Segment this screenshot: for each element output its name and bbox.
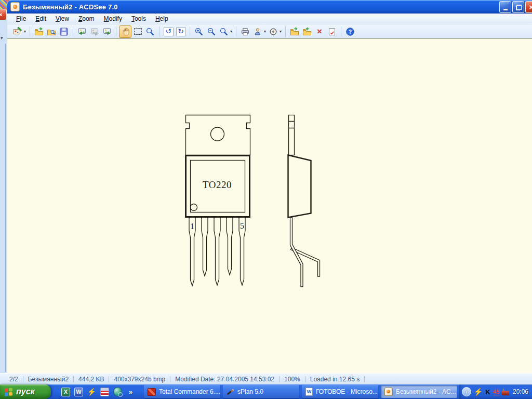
move-to-folder-button[interactable] xyxy=(288,25,301,38)
background-dropdown-icon[interactable]: ▾ xyxy=(1,36,3,41)
move-to-folder-icon xyxy=(290,27,299,36)
delete-icon: × xyxy=(317,28,322,36)
annotate-dropdown-icon[interactable]: ▾ xyxy=(280,29,282,34)
zoom-menu-dropdown-icon[interactable]: ▾ xyxy=(230,29,232,34)
edit-image-button[interactable] xyxy=(11,25,24,38)
next-image-button[interactable] xyxy=(101,25,113,38)
save-icon xyxy=(59,27,69,36)
status-bar: 2/2 Безымянный2 444,2 KB 400x379x24b bmp… xyxy=(0,373,532,385)
minimize-button[interactable] xyxy=(499,1,511,13)
zoom-in-button[interactable] xyxy=(193,25,205,38)
tray-winamp-icon[interactable]: ⚡ xyxy=(474,388,483,396)
task-acdsee-active[interactable]: Безымянный2 - AC... xyxy=(381,385,457,398)
side-tab-hole-marks xyxy=(289,122,295,128)
pin-5-label: 5 xyxy=(240,221,244,230)
background-close-icon[interactable]: × xyxy=(0,9,7,20)
task-label: Безымянный2 - AC... xyxy=(396,388,456,395)
menu-file[interactable]: File xyxy=(11,14,31,23)
menu-tools[interactable]: Tools xyxy=(127,14,151,23)
print-button[interactable] xyxy=(239,25,251,38)
task-total-commander[interactable]: Total Commander 6.... xyxy=(144,385,220,398)
taskbar: пуск X W ⚡ » Total Commander 6.... sPlan… xyxy=(0,384,532,399)
tray-device-icon[interactable] xyxy=(502,391,509,395)
pin-2 xyxy=(202,217,208,276)
status-separator xyxy=(23,376,23,382)
status-filesize: 444,2 KB xyxy=(78,376,104,383)
tray-clock[interactable]: 20:06 xyxy=(513,388,528,395)
quicklaunch-excel-button[interactable]: X xyxy=(61,388,70,396)
help-icon: ? xyxy=(345,27,355,36)
zoom-out-button[interactable] xyxy=(205,25,218,38)
excel-icon: X xyxy=(61,388,70,396)
menu-zoom[interactable]: Zoom xyxy=(74,14,99,23)
help-button[interactable]: ? xyxy=(344,25,356,38)
print-icon xyxy=(241,27,250,36)
tray-kaspersky-icon[interactable]: K xyxy=(485,389,490,395)
tray-collapse-button[interactable]: ‹ xyxy=(462,387,471,396)
delete-button[interactable]: × xyxy=(313,25,326,38)
pin1-indicator-dot xyxy=(191,204,197,211)
tray-indicator-45[interactable]: 45 xyxy=(493,389,499,395)
toolbar-separator xyxy=(285,26,286,37)
restore-button[interactable] xyxy=(512,1,524,13)
total-commander-icon xyxy=(148,388,156,396)
previous-image-button[interactable] xyxy=(76,25,88,38)
browse-button[interactable] xyxy=(45,25,58,38)
open-folder-icon xyxy=(34,27,44,36)
minimize-icon xyxy=(503,9,508,10)
rotate-right-button[interactable]: ↻ xyxy=(175,25,187,38)
quicklaunch-more-button[interactable]: » xyxy=(126,388,135,396)
zoom-out-icon xyxy=(207,27,216,36)
close-button[interactable]: × xyxy=(525,1,532,13)
previous-image-icon xyxy=(77,27,87,36)
task-word-document[interactable]: W ГОТОВОЕ - Microso... xyxy=(302,385,378,398)
front-tab-outline xyxy=(186,115,250,155)
status-separator xyxy=(279,376,280,382)
menu-bar: File Edit View Zoom Modify Tools Help xyxy=(7,14,532,24)
quicklaunch-word-button[interactable]: W xyxy=(74,388,83,396)
background-panel-divider xyxy=(5,44,6,372)
zoom-menu-button[interactable] xyxy=(218,25,230,38)
rotate-left-button[interactable]: ↺ xyxy=(162,25,175,38)
quicklaunch-winamp-button[interactable]: ⚡ xyxy=(87,388,96,396)
quicklaunch-web-button[interactable] xyxy=(113,388,122,396)
start-button[interactable]: пуск xyxy=(0,384,51,399)
task-label: Total Commander 6.... xyxy=(159,388,220,395)
chevron-more-icon: » xyxy=(129,388,132,396)
window-title: Безымянный2 - ACDSee 7.0 xyxy=(23,3,118,11)
open-button[interactable] xyxy=(33,25,45,38)
hand-pan-button[interactable] xyxy=(119,25,131,38)
task-label: sPlan 5.0 xyxy=(237,388,263,395)
toolbar-separator xyxy=(341,26,341,37)
status-filename: Безымянный2 xyxy=(28,376,69,383)
title-bar[interactable]: Безымянный2 - ACDSee 7.0 × xyxy=(7,0,532,14)
copy-to-folder-button[interactable] xyxy=(301,25,313,38)
globe-search-icon xyxy=(113,387,122,396)
edit-description-icon xyxy=(327,27,337,36)
word-document-icon: W xyxy=(305,388,313,396)
task-splan[interactable]: sPlan 5.0 xyxy=(223,385,299,398)
select-rectangle-button[interactable] xyxy=(131,25,144,38)
edit-description-button[interactable] xyxy=(326,25,338,38)
toolbar-separator xyxy=(190,26,190,37)
zoom-menu-icon xyxy=(219,27,229,36)
zoom-tool-button[interactable] xyxy=(144,25,156,38)
menu-view[interactable]: View xyxy=(51,14,74,23)
image-viewport[interactable]: TO220 1 5 xyxy=(7,38,532,374)
image-shortcut-button[interactable] xyxy=(88,25,101,38)
toolbar-separator xyxy=(236,26,236,37)
quicklaunch-drive-button[interactable] xyxy=(100,388,109,396)
windows-flag-icon xyxy=(5,388,13,396)
save-button[interactable] xyxy=(58,25,70,38)
menu-help[interactable]: Help xyxy=(151,14,173,23)
annotate-button[interactable] xyxy=(267,25,280,38)
menu-modify[interactable]: Modify xyxy=(99,14,127,23)
to220-package-drawing: TO220 1 5 xyxy=(183,112,335,291)
edit-image-dropdown-icon[interactable]: ▾ xyxy=(24,29,26,34)
set-wallpaper-button[interactable] xyxy=(251,25,264,38)
person-icon xyxy=(253,27,262,36)
select-rectangle-icon xyxy=(134,28,142,35)
menu-edit[interactable]: Edit xyxy=(31,14,51,23)
close-icon: × xyxy=(0,11,2,18)
set-wallpaper-dropdown-icon[interactable]: ▾ xyxy=(264,29,266,34)
